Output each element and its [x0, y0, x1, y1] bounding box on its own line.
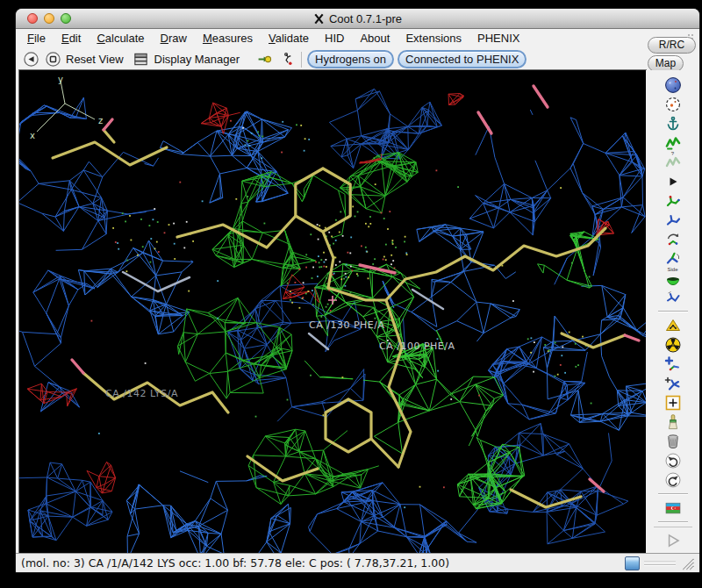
menu-item-phenix[interactable]: PHENIX — [469, 30, 527, 47]
mutate-autofit-icon[interactable] — [663, 316, 684, 334]
menu-item-hid[interactable]: HID — [317, 30, 352, 47]
sphere-refine-icon[interactable] — [663, 75, 684, 94]
menu-item-measures[interactable]: Measures — [195, 30, 261, 47]
real-space-refine-zone-icon[interactable] — [663, 133, 684, 152]
zoom-button[interactable] — [61, 13, 71, 24]
right-toolbar: ?Side — [658, 75, 688, 527]
window-title-text: Coot 0.7.1-pre — [329, 12, 402, 25]
clear-pending-picks-icon[interactable] — [663, 412, 684, 431]
place-atom-icon[interactable] — [663, 393, 684, 412]
play-slot — [654, 527, 692, 554]
regularize-zone-icon-label: ? — [671, 151, 674, 156]
screen: Coot 0.7.1-pre FileEditCalculateDrawMeas… — [0, 0, 702, 588]
flag-icon[interactable] — [663, 498, 684, 517]
fix-atoms-icon[interactable] — [663, 114, 684, 133]
minimize-button[interactable] — [44, 13, 54, 24]
residue-label: CA /100 PHE/A — [379, 341, 455, 352]
go-back-view-icon[interactable] — [22, 51, 39, 68]
display-manager-button[interactable]: Display Manager — [154, 53, 240, 66]
axes-indicator: y x z — [26, 74, 107, 144]
menu-item-edit[interactable]: Edit — [54, 30, 89, 47]
side-chain-180-icon-label: Side — [667, 267, 677, 272]
status-text: (mol. no: 3) CA /1/A/142 LYS occ: 1.00 b… — [21, 556, 620, 570]
window-controls — [27, 13, 71, 24]
main-toolbar: Reset View Display Manager Hydrogens on … — [16, 47, 699, 71]
right-toolbar-separator — [658, 521, 688, 523]
menubar: FileEditCalculateDrawMeasuresValidateHID… — [16, 29, 699, 47]
resize-grip[interactable] — [680, 556, 695, 570]
axis-z-label: z — [98, 116, 103, 125]
menu-item-about[interactable]: About — [352, 30, 398, 47]
menu-item-extensions[interactable]: Extensions — [398, 30, 469, 47]
statusbar-grip[interactable] — [644, 560, 676, 567]
coot-window: Coot 0.7.1-pre FileEditCalculateDrawMeas… — [16, 9, 699, 572]
stop-view-icon[interactable] — [44, 51, 61, 68]
axis-x-label: x — [30, 131, 35, 140]
auto-fit-rotamer-icon[interactable] — [663, 191, 684, 210]
titlebar: Coot 0.7.1-pre — [16, 9, 699, 29]
delete-item-icon[interactable] — [663, 432, 684, 450]
jiggle-fit-icon[interactable] — [663, 288, 684, 306]
statusbar-indicator-icon — [625, 556, 640, 570]
go-to-atom-icon[interactable] — [255, 51, 273, 68]
go-to-ligand-icon[interactable] — [277, 51, 295, 68]
residue-label: CA /130 PHE/A — [309, 319, 385, 331]
hydrogens-toggle-button[interactable]: Hydrogens on — [307, 50, 394, 68]
right-toolbar-separator — [658, 311, 688, 312]
menu-item-calculate[interactable]: Calculate — [89, 30, 152, 47]
right-toolbar-panel: ?Side — [646, 70, 699, 553]
rrc-button[interactable]: R/RC — [648, 37, 696, 54]
reset-view-button[interactable]: Reset View — [66, 53, 124, 66]
window-title: Coot 0.7.1-pre — [313, 12, 402, 25]
phenix-connection-button[interactable]: Connected to PHENIX — [398, 50, 526, 68]
main-content: y x z CA /142 LYS/ACA /130 PHE/ACA /100 … — [16, 70, 699, 553]
rigid-body-fit-icon[interactable] — [663, 172, 684, 190]
flip-peptide-icon[interactable] — [663, 249, 684, 268]
rotate-translate-icon[interactable] — [663, 230, 684, 248]
regularize-zone-icon[interactable]: ? — [663, 153, 684, 171]
close-button[interactable] — [27, 13, 38, 24]
add-terminal-residue-icon[interactable] — [663, 355, 684, 373]
simple-mutate-icon[interactable] — [663, 335, 684, 354]
gl-canvas[interactable]: y x z CA /142 LYS/ACA /130 PHE/ACA /100 … — [19, 70, 646, 553]
residue-label: CA /142 LYS/A — [105, 388, 178, 399]
toolbar-separator — [301, 52, 302, 68]
add-alt-conf-icon[interactable] — [663, 374, 684, 392]
x11-icon — [313, 13, 325, 25]
menu-item-validate[interactable]: Validate — [261, 30, 317, 47]
redo-icon[interactable] — [663, 470, 684, 489]
rotamers-icon[interactable] — [663, 211, 684, 229]
menubar-items: FileEditCalculateDrawMeasuresValidateHID… — [19, 30, 527, 47]
axis-y-label: y — [58, 75, 63, 84]
undo-icon[interactable] — [663, 451, 684, 470]
menu-item-draw[interactable]: Draw — [153, 30, 195, 47]
menu-item-file[interactable]: File — [19, 30, 54, 47]
display-manager-icon[interactable] — [133, 51, 150, 68]
tandem-refine-icon[interactable] — [663, 95, 684, 113]
side-chain-180-icon[interactable]: Side — [663, 269, 684, 287]
statusbar: (mol. no: 3) CA /1/A/142 LYS occ: 1.00 b… — [16, 553, 699, 572]
right-toolbar-separator — [658, 493, 688, 495]
density-scene — [19, 70, 646, 553]
play-button[interactable] — [663, 531, 683, 554]
